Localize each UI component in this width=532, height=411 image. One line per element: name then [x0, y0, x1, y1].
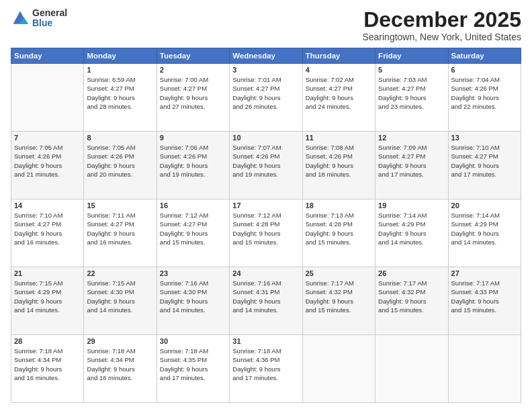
day-header-friday: Friday — [375, 48, 448, 64]
cell-content: Sunrise: 7:13 AMSunset: 4:28 PMDaylight:… — [306, 211, 372, 246]
calendar-cell: 18Sunrise: 7:13 AMSunset: 4:28 PMDayligh… — [302, 199, 375, 267]
cell-content: Sunrise: 7:14 AMSunset: 4:29 PMDaylight:… — [451, 211, 518, 246]
calendar-week-row: 7Sunrise: 7:05 AMSunset: 4:26 PMDaylight… — [11, 132, 521, 199]
calendar-cell: 29Sunrise: 7:18 AMSunset: 4:34 PMDayligh… — [84, 335, 157, 403]
day-number: 3 — [232, 66, 299, 74]
cell-content: Sunrise: 7:06 AMSunset: 4:26 PMDaylight:… — [160, 143, 226, 179]
day-number: 18 — [306, 201, 372, 210]
day-number: 30 — [160, 337, 226, 345]
calendar-week-row: 21Sunrise: 7:15 AMSunset: 4:29 PMDayligh… — [11, 267, 521, 335]
cell-content: Sunrise: 7:11 AMSunset: 4:27 PMDaylight:… — [87, 211, 153, 246]
day-number: 6 — [451, 66, 518, 74]
day-number: 9 — [160, 134, 226, 142]
calendar-cell: 22Sunrise: 7:15 AMSunset: 4:30 PMDayligh… — [84, 267, 157, 335]
day-number: 22 — [87, 269, 153, 277]
calendar-cell — [11, 64, 84, 132]
calendar-cell: 25Sunrise: 7:17 AMSunset: 4:32 PMDayligh… — [302, 267, 375, 335]
day-header-sunday: Sunday — [11, 48, 84, 64]
cell-content: Sunrise: 7:17 AMSunset: 4:33 PMDaylight:… — [451, 279, 518, 314]
calendar-cell: 10Sunrise: 7:07 AMSunset: 4:26 PMDayligh… — [230, 132, 302, 199]
calendar-cell: 20Sunrise: 7:14 AMSunset: 4:29 PMDayligh… — [448, 199, 521, 267]
cell-content: Sunrise: 7:18 AMSunset: 4:34 PMDaylight:… — [14, 347, 81, 382]
day-number: 16 — [160, 201, 226, 210]
page: General Blue December 2025 Searingtown, … — [0, 0, 532, 411]
day-number: 24 — [232, 269, 299, 277]
cell-content: Sunrise: 7:05 AMSunset: 4:26 PMDaylight:… — [87, 143, 153, 179]
calendar-cell: 8Sunrise: 7:05 AMSunset: 4:26 PMDaylight… — [84, 132, 157, 199]
calendar-cell: 4Sunrise: 7:02 AMSunset: 4:27 PMDaylight… — [302, 64, 375, 132]
logo-text: General Blue — [32, 8, 67, 29]
calendar-cell: 17Sunrise: 7:12 AMSunset: 4:28 PMDayligh… — [230, 199, 302, 267]
calendar-cell: 6Sunrise: 7:04 AMSunset: 4:26 PMDaylight… — [448, 64, 521, 132]
header: General Blue December 2025 Searingtown, … — [11, 8, 521, 42]
day-number: 14 — [14, 201, 81, 210]
cell-content: Sunrise: 7:18 AMSunset: 4:36 PMDaylight:… — [232, 347, 299, 382]
calendar-cell: 9Sunrise: 7:06 AMSunset: 4:26 PMDaylight… — [157, 132, 229, 199]
calendar-cell: 12Sunrise: 7:09 AMSunset: 4:27 PMDayligh… — [375, 132, 448, 199]
cell-content: Sunrise: 7:03 AMSunset: 4:27 PMDaylight:… — [378, 75, 445, 111]
cell-content: Sunrise: 7:15 AMSunset: 4:29 PMDaylight:… — [14, 279, 81, 314]
cell-content: Sunrise: 7:01 AMSunset: 4:27 PMDaylight:… — [232, 75, 299, 111]
logo-blue-text: Blue — [32, 18, 67, 28]
day-number: 17 — [232, 201, 299, 210]
calendar-cell: 24Sunrise: 7:16 AMSunset: 4:31 PMDayligh… — [230, 267, 302, 335]
calendar-cell: 16Sunrise: 7:12 AMSunset: 4:27 PMDayligh… — [157, 199, 229, 267]
calendar-cell: 5Sunrise: 7:03 AMSunset: 4:27 PMDaylight… — [375, 64, 448, 132]
day-number: 1 — [87, 66, 153, 74]
day-header-monday: Monday — [84, 48, 157, 64]
calendar-cell: 3Sunrise: 7:01 AMSunset: 4:27 PMDaylight… — [230, 64, 302, 132]
cell-content: Sunrise: 7:18 AMSunset: 4:34 PMDaylight:… — [87, 347, 153, 382]
cell-content: Sunrise: 7:12 AMSunset: 4:28 PMDaylight:… — [232, 211, 299, 246]
day-header-wednesday: Wednesday — [230, 48, 302, 64]
cell-content: Sunrise: 7:08 AMSunset: 4:26 PMDaylight:… — [306, 143, 372, 179]
calendar-cell: 11Sunrise: 7:08 AMSunset: 4:26 PMDayligh… — [302, 132, 375, 199]
day-number: 15 — [87, 201, 153, 210]
cell-content: Sunrise: 7:17 AMSunset: 4:32 PMDaylight:… — [306, 279, 372, 314]
day-number: 23 — [160, 269, 226, 277]
logo: General Blue — [11, 8, 67, 29]
day-number: 21 — [14, 269, 81, 277]
title-area: December 2025 Searingtown, New York, Uni… — [362, 8, 521, 42]
day-number: 28 — [14, 337, 81, 345]
calendar-week-row: 28Sunrise: 7:18 AMSunset: 4:34 PMDayligh… — [11, 335, 521, 403]
cell-content: Sunrise: 7:15 AMSunset: 4:30 PMDaylight:… — [87, 279, 153, 314]
day-number: 29 — [87, 337, 153, 345]
day-number: 13 — [451, 134, 518, 142]
calendar-week-row: 14Sunrise: 7:10 AMSunset: 4:27 PMDayligh… — [11, 199, 521, 267]
day-number: 20 — [451, 201, 518, 210]
calendar-cell: 1Sunrise: 6:59 AMSunset: 4:27 PMDaylight… — [84, 64, 157, 132]
cell-content: Sunrise: 7:05 AMSunset: 4:26 PMDaylight:… — [14, 143, 81, 179]
calendar-cell: 27Sunrise: 7:17 AMSunset: 4:33 PMDayligh… — [448, 267, 521, 335]
cell-content: Sunrise: 7:00 AMSunset: 4:27 PMDaylight:… — [160, 75, 226, 111]
calendar-cell: 15Sunrise: 7:11 AMSunset: 4:27 PMDayligh… — [84, 199, 157, 267]
cell-content: Sunrise: 7:12 AMSunset: 4:27 PMDaylight:… — [160, 211, 226, 246]
cell-content: Sunrise: 7:18 AMSunset: 4:35 PMDaylight:… — [160, 347, 226, 382]
day-number: 19 — [378, 201, 445, 210]
day-number: 8 — [87, 134, 153, 142]
calendar-cell: 28Sunrise: 7:18 AMSunset: 4:34 PMDayligh… — [11, 335, 84, 403]
day-header-thursday: Thursday — [302, 48, 375, 64]
calendar-cell: 2Sunrise: 7:00 AMSunset: 4:27 PMDaylight… — [157, 64, 229, 132]
day-header-saturday: Saturday — [448, 48, 521, 64]
day-number: 12 — [378, 134, 445, 142]
cell-content: Sunrise: 7:17 AMSunset: 4:32 PMDaylight:… — [378, 279, 445, 314]
calendar-cell: 19Sunrise: 7:14 AMSunset: 4:29 PMDayligh… — [375, 199, 448, 267]
cell-content: Sunrise: 7:16 AMSunset: 4:31 PMDaylight:… — [232, 279, 299, 314]
calendar-cell — [448, 335, 521, 403]
calendar-cell: 14Sunrise: 7:10 AMSunset: 4:27 PMDayligh… — [11, 199, 84, 267]
calendar-table: SundayMondayTuesdayWednesdayThursdayFrid… — [11, 48, 521, 403]
cell-content: Sunrise: 7:02 AMSunset: 4:27 PMDaylight:… — [306, 75, 372, 111]
logo-general-text: General — [32, 8, 67, 18]
calendar-cell — [302, 335, 375, 403]
month-title: December 2025 — [362, 8, 521, 32]
cell-content: Sunrise: 7:16 AMSunset: 4:30 PMDaylight:… — [160, 279, 226, 314]
calendar-header-row: SundayMondayTuesdayWednesdayThursdayFrid… — [11, 48, 521, 64]
cell-content: Sunrise: 7:07 AMSunset: 4:26 PMDaylight:… — [232, 143, 299, 179]
calendar-cell: 26Sunrise: 7:17 AMSunset: 4:32 PMDayligh… — [375, 267, 448, 335]
cell-content: Sunrise: 7:09 AMSunset: 4:27 PMDaylight:… — [378, 143, 445, 179]
day-number: 25 — [306, 269, 372, 277]
logo-icon — [11, 9, 30, 28]
calendar-cell: 30Sunrise: 7:18 AMSunset: 4:35 PMDayligh… — [157, 335, 229, 403]
day-number: 11 — [306, 134, 372, 142]
day-number: 2 — [160, 66, 226, 74]
